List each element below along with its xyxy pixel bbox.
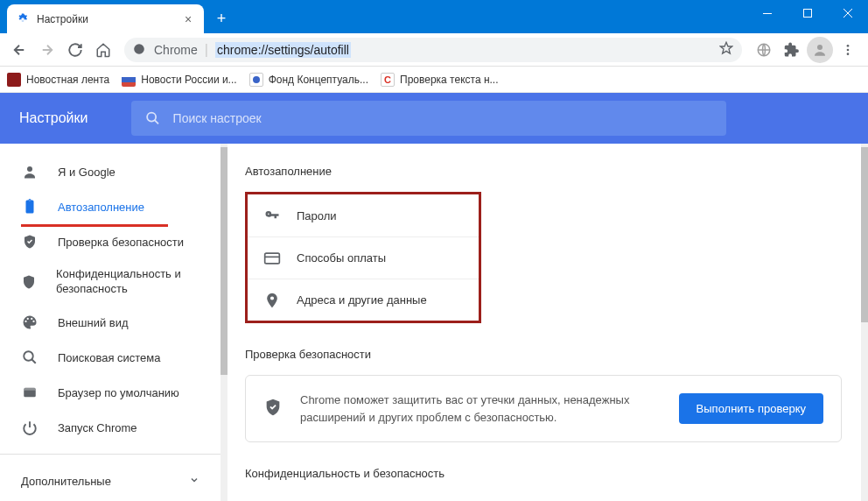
back-button[interactable] xyxy=(7,38,32,62)
bookmark-item[interactable]: Фонд Концептуаль... xyxy=(249,73,368,87)
shield-icon xyxy=(21,273,37,291)
maximize-button[interactable] xyxy=(788,0,828,26)
browser-icon xyxy=(21,384,38,401)
address-bar[interactable]: Chrome | chrome://settings/autofill xyxy=(124,38,742,62)
safety-card: Chrome поможет защитить вас от утечки да… xyxy=(245,375,842,442)
chevron-down-icon xyxy=(189,475,200,488)
sidebar-more-label: Дополнительные xyxy=(21,475,111,488)
sidebar-item-safety[interactable]: Проверка безопасности xyxy=(0,224,220,259)
autofill-card: Пароли Способы оплаты Адреса и другие да… xyxy=(245,192,481,323)
menu-icon[interactable] xyxy=(835,37,861,63)
svg-point-6 xyxy=(847,48,850,51)
person-icon xyxy=(21,163,38,180)
bookmark-item[interactable]: Новостная лента xyxy=(7,73,109,87)
svg-point-10 xyxy=(24,351,33,361)
payment-row[interactable]: Способы оплаты xyxy=(248,236,479,279)
bookmark-favicon xyxy=(249,73,263,87)
shield-check-icon xyxy=(21,233,38,250)
safety-text: Chrome поможет защитить вас от утечки да… xyxy=(300,392,663,426)
svg-rect-0 xyxy=(763,13,772,14)
section-title-privacy: Конфиденциальность и безопасность xyxy=(245,467,842,480)
row-label: Пароли xyxy=(297,209,463,222)
forward-button[interactable] xyxy=(35,38,60,62)
sidebar-separator xyxy=(0,454,220,455)
bookmark-star-icon[interactable] xyxy=(719,41,733,59)
bookmark-favicon xyxy=(122,73,136,87)
bookmark-item[interactable]: Новости России и... xyxy=(122,73,236,87)
bookmark-label: Проверка текста н... xyxy=(400,74,499,86)
sidebar-more[interactable]: Дополнительные xyxy=(0,463,220,498)
secure-icon xyxy=(133,43,147,57)
reload-button[interactable] xyxy=(63,38,88,62)
settings-header: Настройки xyxy=(0,93,868,144)
svg-point-9 xyxy=(27,166,32,172)
bookmark-item[interactable]: CПроверка текста н... xyxy=(381,73,499,87)
svg-rect-1 xyxy=(804,10,812,18)
sidebar-label: Запуск Chrome xyxy=(58,421,137,434)
row-label: Адреса и другие данные xyxy=(297,293,463,307)
settings-sidebar: Я и Google Автозаполнение Проверка безоп… xyxy=(0,144,220,501)
url-text: chrome://settings/autofill xyxy=(215,42,351,58)
search-input[interactable] xyxy=(173,111,713,125)
addresses-row[interactable]: Адреса и другие данные xyxy=(248,279,479,321)
clipboard-icon xyxy=(21,198,38,215)
settings-main: Автозаполнение Пароли Способы оплаты Адр… xyxy=(228,144,868,501)
bookmark-favicon xyxy=(7,73,21,87)
svg-point-7 xyxy=(847,53,850,55)
svg-point-8 xyxy=(148,113,157,122)
section-title-safety: Проверка безопасности xyxy=(245,348,842,361)
settings-content: Я и Google Автозаполнение Проверка безоп… xyxy=(0,144,868,501)
svg-rect-13 xyxy=(265,253,280,264)
globe-icon[interactable] xyxy=(751,37,777,63)
sidebar-label: Автозаполнение xyxy=(58,201,144,214)
sidebar-item-appearance[interactable]: Внешний вид xyxy=(0,305,220,340)
card-icon xyxy=(263,250,281,267)
browser-tab[interactable]: Настройки × xyxy=(7,4,204,33)
sidebar-scrollbar[interactable] xyxy=(220,144,228,501)
sidebar-item-startup[interactable]: Запуск Chrome xyxy=(0,410,220,445)
sidebar-item-default-browser[interactable]: Браузер по умолчанию xyxy=(0,375,220,410)
power-icon xyxy=(21,419,38,436)
home-button[interactable] xyxy=(91,38,116,62)
close-tab-icon[interactable]: × xyxy=(181,12,195,26)
sidebar-label: Внешний вид xyxy=(58,316,129,329)
sidebar-item-privacy[interactable]: Конфиденциальность и безопасность xyxy=(0,259,220,305)
search-icon xyxy=(145,110,160,126)
key-icon xyxy=(263,207,281,224)
bookmark-label: Фонд Концептуаль... xyxy=(269,74,368,86)
sidebar-item-search[interactable]: Поисковая система xyxy=(0,340,220,375)
sidebar-item-autofill[interactable]: Автозаполнение xyxy=(0,189,220,224)
sidebar-label: Конфиденциальность и безопасность xyxy=(56,267,200,297)
browser-toolbar: Chrome | chrome://settings/autofill xyxy=(0,33,868,67)
section-title-autofill: Автозаполнение xyxy=(245,165,842,178)
svg-point-2 xyxy=(134,44,144,54)
extensions-icon[interactable] xyxy=(779,37,805,63)
sidebar-item-google[interactable]: Я и Google xyxy=(0,154,220,189)
run-check-button[interactable]: Выполнить проверку xyxy=(679,393,823,424)
sidebar-label: Браузер по умолчанию xyxy=(58,386,179,399)
settings-search[interactable] xyxy=(131,101,726,136)
chrome-label: Chrome xyxy=(154,43,198,57)
minimize-button[interactable] xyxy=(747,0,788,26)
settings-title: Настройки xyxy=(19,110,88,126)
bookmark-favicon: C xyxy=(381,73,395,87)
search-icon xyxy=(21,349,38,366)
pin-icon xyxy=(263,292,281,309)
close-window-button[interactable] xyxy=(828,0,868,26)
profile-avatar[interactable] xyxy=(807,37,833,63)
shield-check-icon xyxy=(263,398,284,420)
window-controls xyxy=(747,0,868,26)
sidebar-label: Я и Google xyxy=(58,166,116,179)
bookmarks-bar: Новостная лента Новости России и... Фонд… xyxy=(0,67,868,93)
window-titlebar: Настройки × + xyxy=(0,0,868,33)
passwords-row[interactable]: Пароли xyxy=(248,194,479,236)
new-tab-button[interactable]: + xyxy=(209,6,234,31)
separator: | xyxy=(205,42,208,58)
sidebar-label: Проверка безопасности xyxy=(58,236,184,249)
gear-icon xyxy=(16,12,30,26)
bookmark-label: Новости России и... xyxy=(141,74,236,86)
main-scrollbar[interactable] xyxy=(861,144,868,501)
palette-icon xyxy=(21,314,38,331)
svg-point-5 xyxy=(847,45,850,47)
svg-point-4 xyxy=(817,45,822,50)
